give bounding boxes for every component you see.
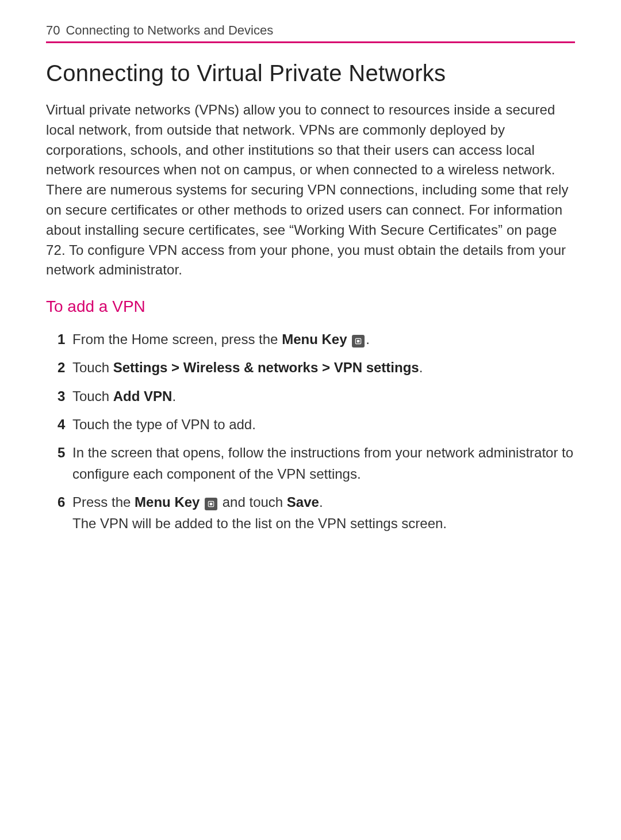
step-bold-save: Save [287,494,319,510]
step-4: Touch the type of VPN to add. [57,414,575,435]
step-text: In the screen that opens, follow the ins… [72,445,573,482]
step-bold: Add VPN [113,388,172,404]
step-text: Touch the type of VPN to add. [72,417,256,432]
step-text-mid: and touch [218,494,287,510]
step-text-post: . [419,360,423,375]
subheading-add-vpn: To add a VPN [46,297,575,316]
step-bold: Settings > Wireless & networks > VPN set… [113,360,419,375]
step-text: Touch [72,388,113,404]
page-number: 70 [46,23,60,38]
step-text-post: . [172,388,176,404]
page-header: 70 Connecting to Networks and Devices [46,23,575,43]
section-title: Connecting to Networks and Devices [66,23,273,38]
step-text: From the Home screen, press the [72,331,282,347]
step-bold: Menu Key [282,331,347,347]
step-1: From the Home screen, press the Menu Key… [57,329,575,350]
step-text-post: . [366,331,370,347]
step-2: Touch Settings > Wireless & networks > V… [57,357,575,378]
step-6: Press the Menu Key and touch Save. The V… [57,491,575,534]
intro-paragraph: Virtual private networks (VPNs) allow yo… [46,100,575,280]
manual-page: 70 Connecting to Networks and Devices Co… [0,0,621,564]
step-bold: Menu Key [135,494,200,510]
step-3: Touch Add VPN. [57,385,575,407]
menu-key-icon [352,335,365,348]
page-title: Connecting to Virtual Private Networks [46,60,575,86]
step-text-post: . [319,494,323,510]
step-text: Touch [72,360,113,375]
steps-list: From the Home screen, press the Menu Key… [46,329,575,534]
menu-key-icon [205,498,217,510]
step-5: In the screen that opens, follow the ins… [57,442,575,484]
step-text: Press the [72,494,135,510]
step-text-line2: The VPN will be added to the list on the… [72,516,447,531]
